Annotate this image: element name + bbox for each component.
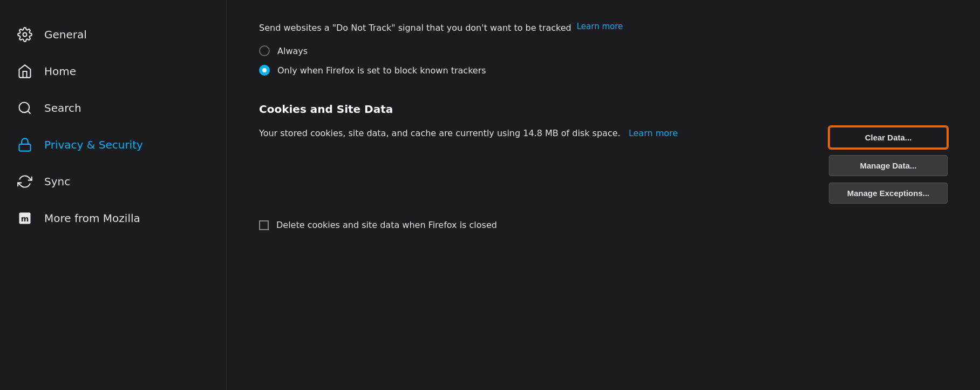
sidebar-item-general-label: General xyxy=(44,28,87,41)
sidebar-item-home[interactable]: Home xyxy=(0,53,226,90)
radio-option-only-when-blocking[interactable]: Only when Firefox is set to block known … xyxy=(259,65,948,76)
sidebar-item-sync-label: Sync xyxy=(44,175,70,188)
svg-point-1 xyxy=(19,103,30,113)
cookies-description-text: Your stored cookies, site data, and cach… xyxy=(259,128,621,138)
sidebar: General Home Search Privacy & Security xyxy=(0,0,227,390)
sidebar-item-privacy-security[interactable]: Privacy & Security xyxy=(0,126,226,163)
home-icon xyxy=(16,63,33,80)
clear-data-button[interactable]: Clear Data... xyxy=(829,126,948,149)
lock-icon xyxy=(16,136,33,153)
main-content: Send websites a "Do Not Track" signal th… xyxy=(227,0,980,390)
do-not-track-description-row: Send websites a "Do Not Track" signal th… xyxy=(259,22,948,35)
search-icon xyxy=(16,99,33,117)
sidebar-item-privacy-security-label: Privacy & Security xyxy=(44,138,143,151)
sidebar-item-more-from-mozilla[interactable]: m More from Mozilla xyxy=(0,200,226,237)
sidebar-item-search-label: Search xyxy=(44,102,81,115)
radio-always-label: Always xyxy=(277,46,308,56)
sidebar-item-general[interactable]: General xyxy=(0,16,226,53)
sync-icon xyxy=(16,173,33,190)
radio-always-circle[interactable] xyxy=(259,45,270,56)
do-not-track-radio-group: Always Only when Firefox is set to block… xyxy=(259,45,948,76)
cookies-description: Your stored cookies, site data, and cach… xyxy=(259,126,807,140)
delete-cookies-checkbox[interactable] xyxy=(259,220,269,230)
svg-point-0 xyxy=(23,33,27,37)
cookies-content: Your stored cookies, site data, and cach… xyxy=(259,126,948,204)
cookies-section: Cookies and Site Data Your stored cookie… xyxy=(259,103,948,230)
gear-icon xyxy=(16,26,33,43)
svg-rect-3 xyxy=(19,144,31,151)
sidebar-item-more-from-mozilla-label: More from Mozilla xyxy=(44,212,140,225)
sidebar-item-home-label: Home xyxy=(44,65,76,78)
svg-text:m: m xyxy=(21,214,29,223)
delete-cookies-label: Delete cookies and site data when Firefo… xyxy=(276,220,497,230)
radio-option-always[interactable]: Always xyxy=(259,45,948,56)
sidebar-item-search[interactable]: Search xyxy=(0,90,226,126)
manage-data-button[interactable]: Manage Data... xyxy=(829,155,948,176)
sidebar-item-sync[interactable]: Sync xyxy=(0,163,226,200)
do-not-track-section: Send websites a "Do Not Track" signal th… xyxy=(259,22,948,76)
do-not-track-learn-more[interactable]: Learn more xyxy=(577,22,623,31)
mozilla-icon: m xyxy=(16,210,33,227)
radio-blocking-circle[interactable] xyxy=(259,65,270,76)
delete-cookies-row: Delete cookies and site data when Firefo… xyxy=(259,220,948,230)
cookies-buttons: Clear Data... Manage Data... Manage Exce… xyxy=(829,126,948,204)
svg-line-2 xyxy=(28,111,30,113)
cookies-learn-more[interactable]: Learn more xyxy=(629,128,678,138)
manage-exceptions-button[interactable]: Manage Exceptions... xyxy=(829,183,948,204)
do-not-track-description: Send websites a "Do Not Track" signal th… xyxy=(259,22,571,35)
radio-blocking-label: Only when Firefox is set to block known … xyxy=(277,65,486,76)
cookies-section-title: Cookies and Site Data xyxy=(259,103,948,116)
